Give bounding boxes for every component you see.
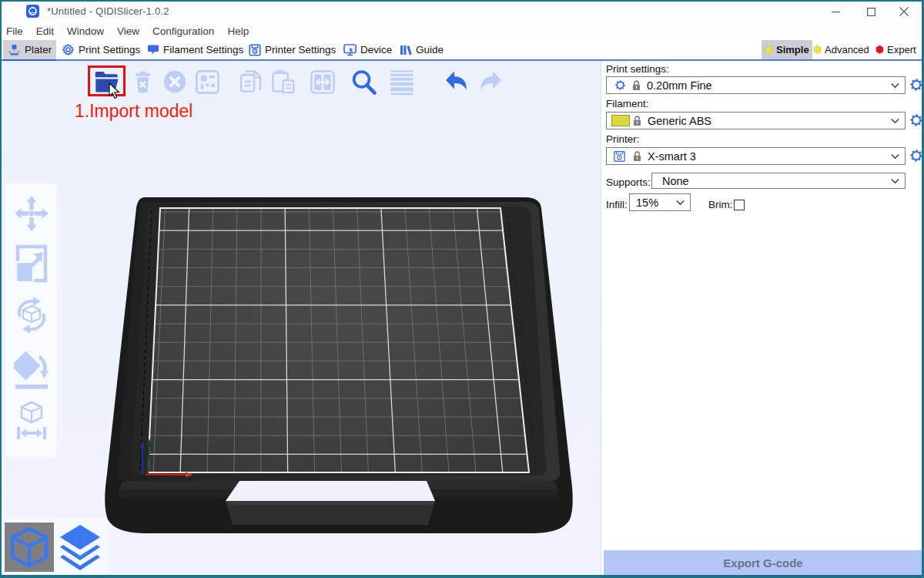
left-tool-rotate-button[interactable] (14, 295, 49, 335)
filament-color-swatch (611, 115, 630, 126)
toolbar-delete-all-button[interactable] (162, 69, 189, 93)
tab-guide-label: Guide (416, 44, 444, 55)
chevron-down-icon (891, 118, 899, 123)
tab-print-settings[interactable]: Print Settings (57, 40, 145, 59)
chevron-down-icon (891, 178, 899, 183)
window-title: *Untitled - QIDISlicer-1.0.2 (47, 5, 169, 17)
menu-edit[interactable]: Edit (35, 24, 55, 39)
measure-icon (14, 401, 49, 441)
view-layers-button[interactable] (56, 523, 104, 572)
mode-expert-icon (875, 45, 884, 54)
delete-icon (131, 69, 155, 95)
scale-icon (15, 242, 49, 285)
print-settings-label: Print settings: (606, 63, 669, 75)
maximize-icon (867, 8, 875, 16)
guide-icon (399, 44, 412, 56)
printer-edit-button[interactable] (910, 150, 922, 162)
print-settings-chevron (891, 82, 899, 88)
left-tool-measure-button[interactable] (14, 401, 49, 441)
mode-advanced-label: Advanced (825, 44, 869, 55)
toolbar-undo-button[interactable] (444, 69, 470, 93)
close-icon (899, 7, 909, 16)
printer-select[interactable]: X-smart 3 (606, 147, 906, 165)
toolbar-copy-button[interactable] (237, 69, 263, 93)
minimize-icon (832, 8, 840, 16)
layers-view-icon (58, 523, 102, 571)
mode-simple[interactable]: Simple (762, 40, 812, 59)
app-window: *Untitled - QIDISlicer-1.0.2 File Edit W… (0, 0, 924, 578)
tab-print-settings-label: Print Settings (79, 44, 140, 55)
supports-label: Supports: (606, 176, 651, 188)
infill-label: Infill: (606, 199, 628, 210)
device-icon (343, 44, 357, 56)
mode-expert[interactable]: Expert (872, 40, 919, 59)
print-bed-3d (0, 61, 601, 578)
printer-edit-icon (910, 150, 922, 162)
window-border-top (0, 0, 924, 2)
menu-file[interactable]: File (5, 24, 24, 39)
annotation-import-model: 1.Import model (75, 101, 192, 122)
printer-settings-icon (249, 44, 261, 56)
supports-select[interactable]: None (651, 173, 906, 189)
tab-plater[interactable]: Plater (3, 40, 56, 59)
mouse-cursor (109, 82, 121, 99)
viewport-3d[interactable]: 1.Import model (0, 61, 601, 578)
settings-panel: Print settings: 0.20mm Fine Filament: Ge… (601, 61, 924, 578)
close-button[interactable] (886, 2, 922, 22)
view-3d-button[interactable] (5, 523, 54, 572)
mode-advanced[interactable]: Advanced (810, 40, 872, 59)
mouse-cursor-icon (109, 82, 121, 99)
brim-checkbox[interactable] (734, 200, 745, 210)
mode-simple-icon (765, 45, 773, 54)
toolbar-delete-button[interactable] (131, 69, 157, 93)
left-tool-place-on-face-button[interactable] (14, 346, 49, 395)
menu-window[interactable]: Window (66, 24, 105, 39)
printer-label: Printer: (606, 133, 640, 145)
tab-plater-icon-wrap (8, 44, 21, 56)
tab-filament-settings-icon-wrap (147, 44, 159, 55)
left-gizmo-toolbar (5, 183, 57, 457)
tab-print-settings-icon-wrap (62, 43, 75, 56)
tab-device[interactable]: Device (339, 40, 397, 59)
window-border-bottom (0, 575, 924, 578)
tab-printer-settings-icon-wrap (249, 44, 261, 56)
minimize-button[interactable] (818, 2, 853, 22)
print-settings-select[interactable]: 0.20mm Fine (606, 76, 906, 94)
maximize-button[interactable] (853, 2, 889, 22)
toolbar-split-objects-button[interactable] (309, 69, 335, 93)
arrange-icon (194, 69, 221, 95)
tab-filament-settings[interactable]: Filament Settings (142, 40, 248, 59)
menu-help[interactable]: Help (226, 24, 249, 39)
toolbar-layer-height-button[interactable] (388, 69, 414, 93)
redo-icon (475, 69, 503, 92)
tab-device-label: Device (360, 44, 392, 55)
filament-chevron (891, 118, 899, 123)
supports-chevron (891, 178, 899, 183)
toolbar-paste-button[interactable] (270, 69, 296, 93)
menu-view[interactable]: View (116, 24, 140, 39)
lock-icon (632, 80, 641, 91)
mode-simple-label: Simple (776, 44, 809, 55)
toolbar-search-button[interactable] (350, 69, 377, 93)
print-settings-edit-button[interactable] (910, 79, 922, 91)
lock-icon (633, 116, 641, 126)
filament-select[interactable]: Generic ABS (606, 112, 906, 129)
export-gcode-button[interactable]: Export G-code (604, 550, 922, 575)
toolbar-redo-button[interactable] (475, 69, 501, 93)
toolbar-arrange-button[interactable] (194, 69, 220, 93)
export-gcode-label: Export G-code (723, 556, 802, 570)
tab-guide[interactable]: Guide (394, 40, 448, 59)
infill-select[interactable]: 15% (629, 193, 691, 211)
left-tool-move-button[interactable] (15, 196, 49, 231)
chevron-down-icon (676, 200, 685, 205)
rotate-icon (14, 295, 49, 335)
tab-guide-icon-wrap (399, 44, 412, 56)
menu-configuration[interactable]: Configuration (152, 24, 215, 39)
tab-printer-settings[interactable]: Printer Settings (244, 40, 340, 59)
split-objects-icon (309, 69, 336, 95)
move-icon (15, 196, 49, 231)
left-tool-scale-button[interactable] (15, 242, 49, 285)
plater-icon (8, 44, 21, 56)
filament-edit-button[interactable] (910, 114, 922, 126)
print-settings-edit-icon (910, 79, 922, 91)
